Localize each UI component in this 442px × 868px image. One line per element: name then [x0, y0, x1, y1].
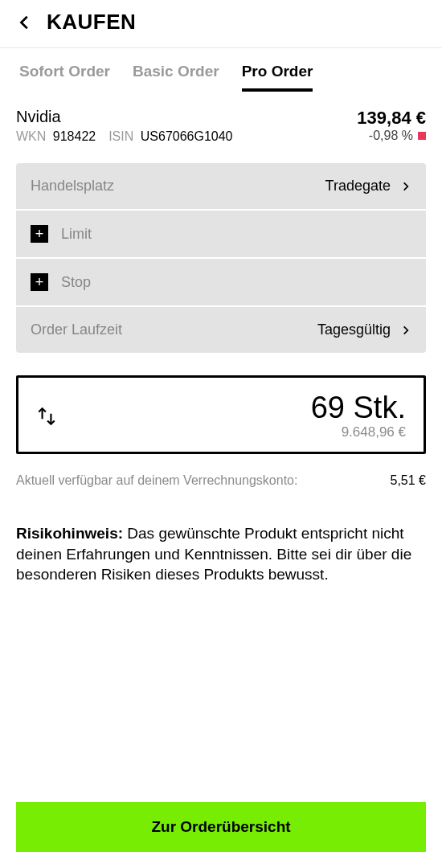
chevron-right-icon — [400, 322, 411, 338]
chevron-right-icon — [400, 178, 411, 194]
quantity-value: 69 Stk. — [311, 392, 406, 423]
stock-name: Nvidia — [16, 108, 233, 126]
tab-pro-order[interactable]: Pro Order — [242, 63, 313, 92]
change-indicator-icon — [418, 132, 426, 140]
wkn-value: 918422 — [53, 129, 96, 143]
quantity-total: 9.648,96 € — [311, 424, 406, 440]
handelsplatz-label: Handelsplatz — [31, 178, 114, 194]
stock-ids: WKN 918422 ISIN US67066G1040 — [16, 129, 233, 144]
setting-stop[interactable]: + Stop — [16, 259, 426, 307]
settings-list: Handelsplatz Tradegate + Limit + Stop — [16, 163, 426, 353]
price-change: -0,98 % — [357, 129, 426, 143]
quantity-box[interactable]: 69 Stk. 9.648,96 € — [16, 375, 426, 454]
setting-laufzeit[interactable]: Order Laufzeit Tagesgültig — [16, 307, 426, 353]
handelsplatz-value: Tradegate — [325, 178, 391, 194]
tab-basic-order[interactable]: Basic Order — [133, 63, 219, 92]
header: KAUFEN — [0, 0, 442, 47]
cta-wrapper: Zur Orderübersicht — [0, 802, 442, 868]
back-icon[interactable] — [16, 14, 34, 31]
isin-value: US67066G1040 — [141, 129, 233, 143]
change-value: -0,98 % — [369, 129, 413, 143]
setting-limit[interactable]: + Limit — [16, 211, 426, 259]
laufzeit-label: Order Laufzeit — [31, 321, 122, 338]
risk-notice: Risikohinweis: Das gewünschte Produkt en… — [16, 523, 426, 585]
risk-label: Risikohinweis: — [16, 525, 123, 542]
laufzeit-value: Tagesgültig — [317, 321, 391, 338]
plus-icon: + — [31, 225, 48, 243]
stock-price: 139,84 € -0,98 % — [357, 108, 426, 143]
stop-label: Stop — [61, 274, 91, 291]
balance-row: Aktuell verfügbar auf deinem Verrechnung… — [16, 473, 426, 488]
limit-label: Limit — [61, 226, 92, 243]
submit-button[interactable]: Zur Orderübersicht — [16, 802, 426, 852]
plus-icon: + — [31, 273, 48, 291]
balance-value: 5,51 € — [391, 473, 426, 488]
stock-header: Nvidia WKN 918422 ISIN US67066G1040 139,… — [16, 108, 426, 144]
wkn-label: WKN — [16, 129, 46, 143]
content: Nvidia WKN 918422 ISIN US67066G1040 139,… — [0, 92, 442, 802]
isin-label: ISIN — [108, 129, 133, 143]
price-value: 139,84 € — [357, 108, 426, 129]
setting-handelsplatz[interactable]: Handelsplatz Tradegate — [16, 163, 426, 211]
balance-label: Aktuell verfügbar auf deinem Verrechnung… — [16, 473, 297, 488]
tabs: Sofort Order Basic Order Pro Order — [0, 48, 442, 92]
page-title: KAUFEN — [47, 10, 136, 35]
tab-sofort-order[interactable]: Sofort Order — [19, 63, 110, 92]
swap-icon — [36, 406, 57, 427]
